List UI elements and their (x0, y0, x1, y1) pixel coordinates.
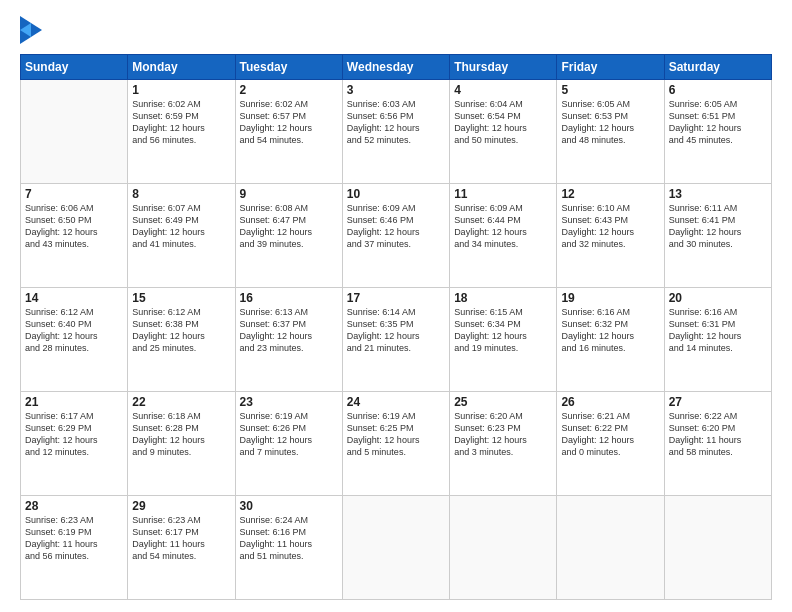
day-info: Sunrise: 6:08 AM Sunset: 6:47 PM Dayligh… (240, 202, 338, 251)
weekday-header-monday: Monday (128, 55, 235, 80)
day-cell: 6Sunrise: 6:05 AM Sunset: 6:51 PM Daylig… (664, 80, 771, 184)
day-cell: 9Sunrise: 6:08 AM Sunset: 6:47 PM Daylig… (235, 184, 342, 288)
day-info: Sunrise: 6:10 AM Sunset: 6:43 PM Dayligh… (561, 202, 659, 251)
page: SundayMondayTuesdayWednesdayThursdayFrid… (0, 0, 792, 612)
day-info: Sunrise: 6:05 AM Sunset: 6:51 PM Dayligh… (669, 98, 767, 147)
day-number: 18 (454, 291, 552, 305)
day-cell: 18Sunrise: 6:15 AM Sunset: 6:34 PM Dayli… (450, 288, 557, 392)
day-info: Sunrise: 6:04 AM Sunset: 6:54 PM Dayligh… (454, 98, 552, 147)
day-cell: 16Sunrise: 6:13 AM Sunset: 6:37 PM Dayli… (235, 288, 342, 392)
day-info: Sunrise: 6:07 AM Sunset: 6:49 PM Dayligh… (132, 202, 230, 251)
day-info: Sunrise: 6:16 AM Sunset: 6:32 PM Dayligh… (561, 306, 659, 355)
day-number: 16 (240, 291, 338, 305)
day-info: Sunrise: 6:18 AM Sunset: 6:28 PM Dayligh… (132, 410, 230, 459)
day-number: 5 (561, 83, 659, 97)
day-cell: 21Sunrise: 6:17 AM Sunset: 6:29 PM Dayli… (21, 392, 128, 496)
day-info: Sunrise: 6:23 AM Sunset: 6:19 PM Dayligh… (25, 514, 123, 563)
day-number: 20 (669, 291, 767, 305)
day-number: 30 (240, 499, 338, 513)
day-number: 24 (347, 395, 445, 409)
day-cell: 25Sunrise: 6:20 AM Sunset: 6:23 PM Dayli… (450, 392, 557, 496)
day-cell: 20Sunrise: 6:16 AM Sunset: 6:31 PM Dayli… (664, 288, 771, 392)
weekday-header-friday: Friday (557, 55, 664, 80)
day-number: 9 (240, 187, 338, 201)
header (20, 16, 772, 44)
day-cell: 26Sunrise: 6:21 AM Sunset: 6:22 PM Dayli… (557, 392, 664, 496)
day-cell: 15Sunrise: 6:12 AM Sunset: 6:38 PM Dayli… (128, 288, 235, 392)
day-cell: 11Sunrise: 6:09 AM Sunset: 6:44 PM Dayli… (450, 184, 557, 288)
day-cell: 1Sunrise: 6:02 AM Sunset: 6:59 PM Daylig… (128, 80, 235, 184)
day-cell (342, 496, 449, 600)
day-number: 26 (561, 395, 659, 409)
day-info: Sunrise: 6:02 AM Sunset: 6:59 PM Dayligh… (132, 98, 230, 147)
day-info: Sunrise: 6:16 AM Sunset: 6:31 PM Dayligh… (669, 306, 767, 355)
day-cell (21, 80, 128, 184)
day-info: Sunrise: 6:09 AM Sunset: 6:44 PM Dayligh… (454, 202, 552, 251)
calendar-table: SundayMondayTuesdayWednesdayThursdayFrid… (20, 54, 772, 600)
weekday-header-saturday: Saturday (664, 55, 771, 80)
day-cell: 22Sunrise: 6:18 AM Sunset: 6:28 PM Dayli… (128, 392, 235, 496)
day-number: 3 (347, 83, 445, 97)
day-info: Sunrise: 6:19 AM Sunset: 6:25 PM Dayligh… (347, 410, 445, 459)
day-info: Sunrise: 6:09 AM Sunset: 6:46 PM Dayligh… (347, 202, 445, 251)
day-info: Sunrise: 6:15 AM Sunset: 6:34 PM Dayligh… (454, 306, 552, 355)
day-cell: 13Sunrise: 6:11 AM Sunset: 6:41 PM Dayli… (664, 184, 771, 288)
day-cell: 14Sunrise: 6:12 AM Sunset: 6:40 PM Dayli… (21, 288, 128, 392)
day-cell: 28Sunrise: 6:23 AM Sunset: 6:19 PM Dayli… (21, 496, 128, 600)
day-info: Sunrise: 6:12 AM Sunset: 6:38 PM Dayligh… (132, 306, 230, 355)
day-cell: 7Sunrise: 6:06 AM Sunset: 6:50 PM Daylig… (21, 184, 128, 288)
day-cell: 8Sunrise: 6:07 AM Sunset: 6:49 PM Daylig… (128, 184, 235, 288)
day-number: 27 (669, 395, 767, 409)
day-number: 13 (669, 187, 767, 201)
day-cell: 17Sunrise: 6:14 AM Sunset: 6:35 PM Dayli… (342, 288, 449, 392)
week-row-1: 1Sunrise: 6:02 AM Sunset: 6:59 PM Daylig… (21, 80, 772, 184)
day-info: Sunrise: 6:23 AM Sunset: 6:17 PM Dayligh… (132, 514, 230, 563)
day-number: 6 (669, 83, 767, 97)
day-number: 29 (132, 499, 230, 513)
day-info: Sunrise: 6:12 AM Sunset: 6:40 PM Dayligh… (25, 306, 123, 355)
day-cell: 30Sunrise: 6:24 AM Sunset: 6:16 PM Dayli… (235, 496, 342, 600)
day-info: Sunrise: 6:24 AM Sunset: 6:16 PM Dayligh… (240, 514, 338, 563)
day-number: 1 (132, 83, 230, 97)
weekday-header-wednesday: Wednesday (342, 55, 449, 80)
day-cell: 29Sunrise: 6:23 AM Sunset: 6:17 PM Dayli… (128, 496, 235, 600)
day-info: Sunrise: 6:02 AM Sunset: 6:57 PM Dayligh… (240, 98, 338, 147)
day-info: Sunrise: 6:13 AM Sunset: 6:37 PM Dayligh… (240, 306, 338, 355)
day-cell: 2Sunrise: 6:02 AM Sunset: 6:57 PM Daylig… (235, 80, 342, 184)
day-number: 21 (25, 395, 123, 409)
logo-icon (20, 16, 42, 44)
day-number: 11 (454, 187, 552, 201)
logo (20, 16, 44, 44)
day-number: 12 (561, 187, 659, 201)
day-cell (664, 496, 771, 600)
day-cell: 27Sunrise: 6:22 AM Sunset: 6:20 PM Dayli… (664, 392, 771, 496)
day-number: 10 (347, 187, 445, 201)
day-number: 15 (132, 291, 230, 305)
week-row-3: 14Sunrise: 6:12 AM Sunset: 6:40 PM Dayli… (21, 288, 772, 392)
day-cell: 23Sunrise: 6:19 AM Sunset: 6:26 PM Dayli… (235, 392, 342, 496)
weekday-header-sunday: Sunday (21, 55, 128, 80)
day-number: 7 (25, 187, 123, 201)
day-cell: 24Sunrise: 6:19 AM Sunset: 6:25 PM Dayli… (342, 392, 449, 496)
weekday-header-thursday: Thursday (450, 55, 557, 80)
day-info: Sunrise: 6:06 AM Sunset: 6:50 PM Dayligh… (25, 202, 123, 251)
day-cell (450, 496, 557, 600)
week-row-2: 7Sunrise: 6:06 AM Sunset: 6:50 PM Daylig… (21, 184, 772, 288)
day-cell: 19Sunrise: 6:16 AM Sunset: 6:32 PM Dayli… (557, 288, 664, 392)
day-number: 4 (454, 83, 552, 97)
day-info: Sunrise: 6:17 AM Sunset: 6:29 PM Dayligh… (25, 410, 123, 459)
day-number: 22 (132, 395, 230, 409)
day-info: Sunrise: 6:22 AM Sunset: 6:20 PM Dayligh… (669, 410, 767, 459)
day-number: 19 (561, 291, 659, 305)
day-cell: 3Sunrise: 6:03 AM Sunset: 6:56 PM Daylig… (342, 80, 449, 184)
day-cell: 5Sunrise: 6:05 AM Sunset: 6:53 PM Daylig… (557, 80, 664, 184)
day-info: Sunrise: 6:19 AM Sunset: 6:26 PM Dayligh… (240, 410, 338, 459)
week-row-4: 21Sunrise: 6:17 AM Sunset: 6:29 PM Dayli… (21, 392, 772, 496)
day-info: Sunrise: 6:11 AM Sunset: 6:41 PM Dayligh… (669, 202, 767, 251)
day-info: Sunrise: 6:05 AM Sunset: 6:53 PM Dayligh… (561, 98, 659, 147)
day-number: 8 (132, 187, 230, 201)
day-cell: 10Sunrise: 6:09 AM Sunset: 6:46 PM Dayli… (342, 184, 449, 288)
day-number: 25 (454, 395, 552, 409)
day-cell: 4Sunrise: 6:04 AM Sunset: 6:54 PM Daylig… (450, 80, 557, 184)
day-info: Sunrise: 6:03 AM Sunset: 6:56 PM Dayligh… (347, 98, 445, 147)
